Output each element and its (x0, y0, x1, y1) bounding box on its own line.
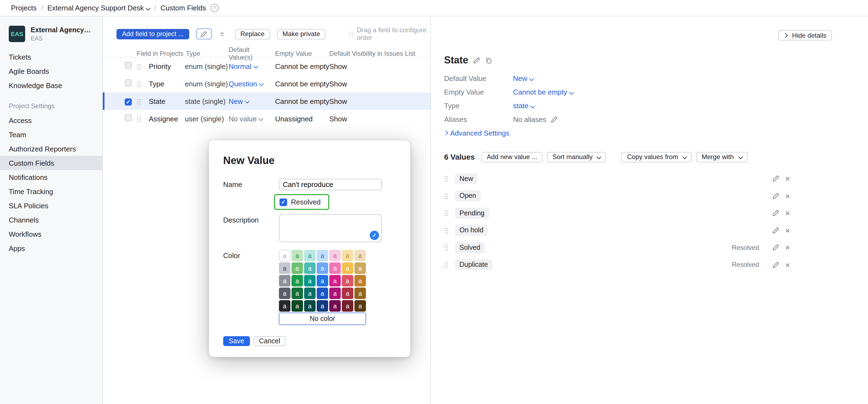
drag-handle-icon[interactable] (137, 115, 141, 122)
copy-values-from-dropdown[interactable]: Copy values from (622, 152, 692, 162)
default-value-dropdown[interactable]: New (513, 74, 533, 82)
table-row-priority[interactable]: Priority enum (single) Normal Cannot be … (103, 58, 430, 75)
value-row-duplicate[interactable]: Duplicate Resolved × (444, 256, 792, 273)
color-swatch-r2c2[interactable]: a (291, 262, 303, 274)
drag-handle-icon[interactable] (444, 193, 448, 199)
table-row-state[interactable]: ✓ State state (single) New Cannot be emp… (103, 92, 430, 110)
drag-handle-icon[interactable] (137, 81, 141, 87)
value-row-new[interactable]: New × (444, 170, 792, 187)
default-value-dropdown[interactable]: Question (228, 79, 263, 88)
color-swatch-r3c7[interactable]: a (354, 275, 366, 287)
row-checkbox[interactable] (125, 62, 132, 69)
breadcrumb-projects[interactable]: Projects (11, 4, 37, 12)
color-swatch-r2c6[interactable]: a (342, 262, 353, 274)
color-swatch-r4c5[interactable]: a (329, 288, 341, 299)
color-swatch-r1c7[interactable]: a (354, 250, 366, 261)
add-field-button[interactable]: Add field to project ... (117, 29, 189, 39)
color-swatch-r5c2[interactable]: a (291, 300, 303, 312)
sidebar-item-tickets[interactable]: Tickets (0, 50, 102, 64)
resolved-label[interactable]: Resolved (291, 198, 320, 206)
sidebar-item-access[interactable]: Access (0, 113, 102, 127)
color-swatch-r3c1[interactable]: a (279, 275, 290, 287)
row-checkbox-checked[interactable]: ✓ (125, 98, 132, 105)
make-private-button[interactable]: Make private (277, 29, 326, 39)
edit-aliases-button[interactable] (551, 116, 558, 123)
color-swatch-r2c7[interactable]: a (354, 262, 366, 274)
color-swatch-r5c1[interactable]: a (279, 300, 290, 312)
sidebar-item-team[interactable]: Team (0, 127, 102, 142)
drag-handle-icon[interactable] (444, 228, 448, 233)
replace-button[interactable]: Replace (235, 29, 270, 39)
color-swatch-r5c3[interactable]: a (304, 300, 316, 312)
sidebar-item-workflows[interactable]: Workflows (0, 227, 102, 241)
default-value-dropdown[interactable]: No value (228, 114, 263, 123)
cancel-button[interactable]: Cancel (253, 336, 286, 346)
edit-value-button[interactable] (771, 244, 780, 251)
delete-value-button[interactable]: × (783, 243, 792, 252)
help-icon[interactable]: ? (210, 4, 218, 12)
copy-button[interactable] (485, 57, 492, 64)
delete-field-button[interactable] (216, 28, 228, 39)
save-button[interactable]: Save (223, 336, 250, 346)
edit-field-button[interactable] (196, 28, 211, 39)
drag-handle-icon[interactable] (137, 63, 141, 69)
sidebar-item-custom-fields[interactable]: Custom Fields (0, 156, 102, 170)
value-row-pending[interactable]: Pending × (444, 204, 792, 222)
empty-value-dropdown[interactable]: Cannot be empty (513, 88, 573, 96)
default-value-dropdown[interactable]: Normal (228, 62, 258, 70)
color-swatch-r3c2[interactable]: a (291, 275, 303, 287)
sidebar-item-notifications[interactable]: Notifications (0, 170, 102, 184)
color-swatch-r1c4[interactable]: a (317, 250, 328, 261)
color-swatch-r3c4[interactable]: a (317, 275, 328, 287)
value-row-solved[interactable]: Solved Resolved × (444, 239, 792, 256)
table-row-assignee[interactable]: Assignee user (single) No value Unassign… (103, 110, 430, 127)
delete-value-button[interactable]: × (783, 226, 792, 235)
delete-value-button[interactable]: × (783, 192, 792, 200)
color-swatch-r5c5[interactable]: a (329, 300, 341, 312)
drag-handle-icon[interactable] (444, 210, 448, 216)
color-swatch-r1c3[interactable]: a (304, 250, 316, 261)
color-swatch-r5c4[interactable]: a (317, 300, 328, 312)
edit-value-button[interactable] (771, 193, 780, 200)
sidebar-item-time-tracking[interactable]: Time Tracking (0, 184, 102, 198)
color-swatch-r1c1[interactable]: a (279, 250, 290, 261)
hide-details-button[interactable]: Hide details (779, 30, 832, 40)
value-row-on-hold[interactable]: On hold × (444, 222, 792, 239)
drag-handle-icon[interactable] (444, 262, 448, 268)
project-avatar[interactable]: EAS (9, 26, 25, 42)
description-input[interactable] (279, 214, 382, 242)
drag-handle-icon[interactable] (444, 245, 448, 251)
color-swatch-r2c3[interactable]: a (304, 262, 316, 274)
color-swatch-r1c6[interactable]: a (342, 250, 353, 261)
type-dropdown[interactable]: state (513, 102, 534, 110)
color-swatch-r3c6[interactable]: a (342, 275, 353, 287)
drag-handle-icon[interactable] (137, 98, 141, 104)
merge-with-dropdown[interactable]: Merge with (696, 152, 747, 162)
no-color-button[interactable]: No color (279, 313, 366, 325)
color-swatch-r5c6[interactable]: a (342, 300, 353, 312)
table-row-type[interactable]: Type enum (single) Question Cannot be em… (103, 75, 430, 92)
delete-value-button[interactable]: × (783, 175, 792, 183)
color-swatch-r3c3[interactable]: a (304, 275, 316, 287)
color-swatch-r2c4[interactable]: a (317, 262, 328, 274)
color-swatch-r4c1[interactable]: a (279, 288, 290, 299)
sidebar-item-apps[interactable]: Apps (0, 241, 102, 255)
name-input[interactable] (279, 179, 382, 190)
sidebar-item-channels[interactable]: Channels (0, 213, 102, 227)
color-swatch-r4c2[interactable]: a (291, 288, 303, 299)
color-swatch-r1c2[interactable]: a (291, 250, 303, 261)
sidebar-item-knowledge-base[interactable]: Knowledge Base (0, 78, 102, 92)
color-swatch-r5c7[interactable]: a (354, 300, 366, 312)
breadcrumb-custom-fields[interactable]: Custom Fields (160, 4, 206, 12)
sort-manually-dropdown[interactable]: Sort manually (547, 152, 606, 162)
delete-value-button[interactable]: × (783, 209, 792, 217)
color-swatch-r4c4[interactable]: a (317, 288, 328, 299)
drag-handle-icon[interactable] (444, 176, 448, 182)
breadcrumb-project-dropdown[interactable]: External Agency Support Desk (47, 4, 150, 12)
add-new-value-button[interactable]: Add new value ... (481, 152, 542, 162)
row-checkbox[interactable] (125, 114, 132, 121)
edit-title-button[interactable] (473, 57, 480, 64)
color-swatch-r3c5[interactable]: a (329, 275, 341, 287)
color-swatch-r2c5[interactable]: a (329, 262, 341, 274)
color-swatch-r2c1[interactable]: a (279, 262, 290, 274)
